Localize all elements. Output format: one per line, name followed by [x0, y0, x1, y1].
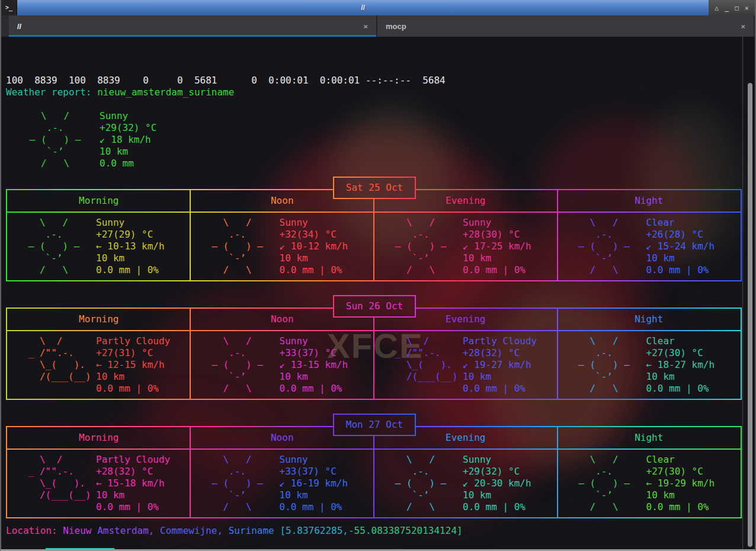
weather-cell-info: Partly Cloudy +27(31) °C ← 12-15 km/h 10…: [96, 335, 170, 399]
minimize-button[interactable]: _: [725, 4, 729, 12]
weather-cell: \ / _ /"".-. \_( ). /(___(__) Partly Clo…: [7, 331, 191, 399]
forecast-table-sat: Morning Noon Evening Night \ / .-. — ( )…: [6, 189, 742, 281]
weather-icon-art: \ / .-. — ( ) — `-’ / \: [7, 217, 96, 280]
weather-cell-info: Clear +26(28) °C ↙ 15-24 km/h 10 km 0.0 …: [646, 217, 715, 280]
maximize-button[interactable]: □: [735, 4, 739, 12]
close-button[interactable]: ✕: [745, 4, 749, 12]
shade-button[interactable]: △: [715, 4, 719, 12]
date-box-mon: Mon 27 Oct: [333, 414, 416, 436]
weather-icon-art: \ / _ /"".-. \_( ). /(___(__): [7, 335, 96, 399]
tab-close-icon[interactable]: ×: [363, 22, 368, 31]
follow-suffix: for wttr.in updates: [114, 549, 229, 549]
location-line: Location: Nieuw Amsterdam, Commewijne, S…: [6, 525, 463, 537]
period-header-night: Night: [558, 427, 741, 449]
weather-cell-info: Sunny +28(30) °C ↙ 17-25 km/h 10 km 0.0 …: [463, 217, 531, 280]
weather-cell-info: Sunny +29(32) °C ↙ 20-30 km/h 10 km 0.0 …: [463, 454, 531, 517]
tab-label: mocp: [386, 22, 406, 31]
tab-label: //: [17, 22, 21, 31]
terminal-icon[interactable]: >_: [1, 0, 17, 15]
weather-cell: \ / .-. — ( ) — `-’ / \ Sunny +33(37) °C…: [191, 450, 374, 517]
scrollbar-track[interactable]: [742, 37, 743, 549]
report-location: nieuw_amsterdam_suriname: [97, 87, 234, 98]
forecast-table-sun: Morning Noon Evening Night \ / _ /"".-. …: [6, 307, 742, 400]
weather-icon-art: \ / .-. — ( ) — `-’ / \: [6, 110, 96, 169]
weather-cell-info: Partly Cloudy +28(32) °C ← 15-18 km/h 10…: [96, 454, 170, 517]
current-weather: \ / .-. — ( ) — `-’ / \ Sunny +29(32) °C…: [6, 110, 156, 169]
weather-icon-art: \ / .-. — ( ) — `-’ / \: [191, 217, 280, 280]
tab-terminal[interactable]: // ×: [9, 15, 377, 37]
weather-icon-art: \ / .-. — ( ) — `-’ / \: [374, 454, 463, 517]
tab-bar: // × mocp ×: [1, 15, 755, 37]
terminal-window: >_ // △ _ □ ✕ // × mocp ×: [0, 0, 756, 551]
weather-cell: \ / .-. — ( ) — `-’ / \ Clear +27(30) °C…: [558, 331, 741, 399]
current-weather-info: Sunny +29(32) °C ↙ 18 km/h 10 km 0.0 mm: [100, 110, 156, 169]
titlebar-main[interactable]: //: [17, 0, 709, 15]
weather-report-line: Weather report: nieuw_amsterdam_suriname: [6, 87, 234, 98]
terminal-screen[interactable]: XFCE 100 8839 100 8839 0 0 5681 0 0:00:0…: [1, 37, 755, 549]
weather-icon-art: \ / .-. — ( ) — `-’ / \: [191, 454, 280, 517]
twitter-handle: @igor_chubin: [46, 548, 114, 549]
period-header-night: Night: [558, 190, 741, 212]
weather-icon-art: \ / _ /"".-. \_( ). /(___(__): [374, 335, 463, 399]
weather-cell: \ / .-. — ( ) — `-’ / \ Sunny +27(29) °C…: [7, 213, 191, 280]
weather-icon-art: \ / .-. — ( ) — `-’ / \: [558, 335, 646, 399]
weather-cell: \ / .-. — ( ) — `-’ / \ Sunny +28(30) °C…: [374, 213, 558, 280]
weather-cell-info: Sunny +33(37) °C ↙ 16-19 km/h 10 km 0.0 …: [280, 454, 348, 517]
weather-cell-info: Clear +27(30) °C ← 18-27 km/h 10 km 0.0 …: [646, 335, 715, 399]
date-box-sun: Sun 26 Oct: [333, 295, 416, 318]
weather-icon-art: \ / .-. — ( ) — `-’ / \: [191, 335, 280, 399]
weather-cell-info: Sunny +33(37) °C ↙ 13-15 km/h 10 km 0.0 …: [280, 335, 348, 399]
curl-progress-line: 100 8839 100 8839 0 0 5681 0 0:00:01 0:0…: [6, 75, 446, 87]
window-controls: △ _ □ ✕: [709, 0, 755, 15]
weather-cell: \ / .-. — ( ) — `-’ / \ Clear +27(30) °C…: [558, 450, 741, 517]
weather-cell: \ / .-. — ( ) — `-’ / \ Sunny +32(34) °C…: [191, 213, 374, 280]
follow-line: Follow @igor_chubin for wttr.in updates: [6, 549, 229, 549]
report-label: Weather report:: [6, 87, 92, 98]
tab-close-icon[interactable]: ×: [741, 22, 745, 31]
period-header-night: Night: [558, 309, 741, 330]
forecast-table-mon: Morning Noon Evening Night \ / _ /"".-. …: [6, 426, 742, 518]
window-title: //: [361, 4, 365, 12]
titlebar[interactable]: >_ // △ _ □ ✕: [1, 0, 755, 15]
period-header-morning: Morning: [7, 190, 191, 212]
period-header-morning: Morning: [7, 427, 191, 449]
weather-cell: \ / _ /"".-. \_( ). /(___(__) Partly Clo…: [374, 331, 558, 399]
scrollbar-thumb[interactable]: [748, 83, 752, 547]
weather-cell-info: Clear +27(30) °C ← 19-29 km/h 10 km 0.0 …: [646, 454, 715, 517]
period-header-morning: Morning: [7, 309, 191, 330]
weather-cell: \ / .-. — ( ) — `-’ / \ Clear +26(28) °C…: [558, 213, 741, 280]
weather-cell: \ / .-. — ( ) — `-’ / \ Sunny +33(37) °C…: [191, 331, 374, 399]
weather-icon-art: \ / .-. — ( ) — `-’ / \: [374, 217, 463, 280]
weather-cell: \ / .-. — ( ) — `-’ / \ Sunny +29(32) °C…: [374, 450, 558, 517]
weather-cell-info: Sunny +32(34) °C ↙ 10-12 km/h 10 km 0.0 …: [280, 217, 348, 280]
weather-cell-info: Partly Cloudy +28(32) °C ↙ 19-27 km/h 10…: [463, 335, 537, 399]
follow-prefix: Follow: [6, 549, 46, 549]
weather-cell-info: Sunny +27(29) °C ← 10-13 km/h 10 km 0.0 …: [96, 217, 165, 280]
weather-icon-art: \ / .-. — ( ) — `-’ / \: [558, 217, 646, 280]
date-box-sat: Sat 25 Oct: [333, 177, 416, 199]
weather-icon-art: \ / .-. — ( ) — `-’ / \: [558, 454, 646, 517]
weather-cell: \ / _ /"".-. \_( ). /(___(__) Partly Clo…: [7, 450, 191, 517]
weather-icon-art: \ / _ /"".-. \_( ). /(___(__): [7, 454, 96, 517]
tab-mocp[interactable]: mocp ×: [377, 15, 755, 37]
